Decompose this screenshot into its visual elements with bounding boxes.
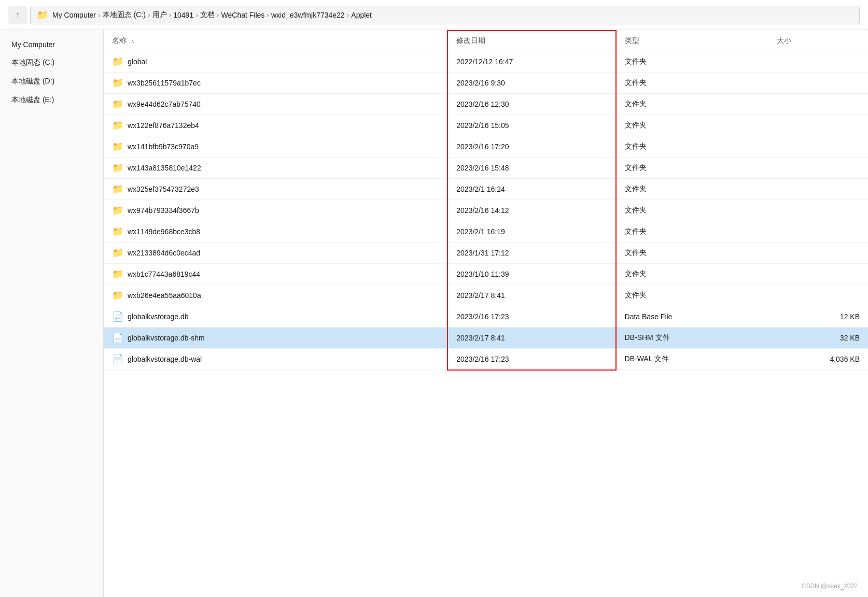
file-name-text: wx2133894d6c0ec4ad (128, 249, 200, 257)
nav-up-button[interactable]: ↑ (8, 6, 27, 24)
file-type-cell: 文件夹 (616, 136, 769, 158)
table-row[interactable]: 📄globalkvstorage.db-wal2023/2/16 17:23DB… (104, 349, 868, 370)
file-date-cell: 2023/2/1 16:24 (447, 179, 615, 200)
file-name-text: globalkvstorage.db-shm (128, 334, 205, 342)
folder-icon: 📁 (112, 183, 123, 195)
file-type-cell: Data Base File (616, 306, 769, 328)
table-row[interactable]: 📁wxb1c77443a6819c442023/1/10 11:39文件夹 (104, 264, 868, 285)
sidebar-item-e[interactable]: 本地磁盘 (E:) (3, 91, 100, 109)
file-date-cell: 2023/2/1 16:19 (447, 221, 615, 243)
col-header-name[interactable]: 名称 ∧ (104, 31, 447, 51)
sidebar: My Computer 本地固态 (C:) 本地磁盘 (D:) 本地磁盘 (E:… (0, 30, 104, 597)
path-user: 用户 (152, 10, 167, 20)
table-row[interactable]: 📁wx974b793334f3667b2023/2/16 14:12文件夹 (104, 200, 868, 221)
file-size-cell (768, 221, 868, 243)
table-row[interactable]: 📁wx3b25611579a1b7ec2023/2/16 9:30文件夹 (104, 73, 868, 94)
file-size-cell (768, 73, 868, 94)
file-name-cell: 📄globalkvstorage.db (104, 306, 447, 328)
table-row[interactable]: 📄globalkvstorage.db2023/2/16 17:23Data B… (104, 306, 868, 328)
file-icon: 📄 (112, 311, 123, 322)
address-bar: ↑ 📁 My Computer › 本地固态 (C:) › 用户 › 10491… (0, 0, 868, 30)
sidebar-item-c[interactable]: 本地固态 (C:) (3, 54, 100, 72)
file-type-cell: 文件夹 (616, 115, 769, 136)
file-name-text: globalkvstorage.db-wal (128, 355, 202, 363)
file-name-cell: 📁wx325ef375473272e3 (104, 179, 447, 200)
file-name-cell: 📁wx974b793334f3667b (104, 200, 447, 221)
file-name-cell: 📄globalkvstorage.db-shm (104, 328, 447, 349)
folder-icon: 📁 (112, 290, 123, 301)
folder-icon: 📁 (112, 226, 123, 237)
file-size-cell (768, 243, 868, 264)
file-name-text: wxb1c77443a6819c44 (128, 270, 200, 278)
sidebar-item-mycomputer[interactable]: My Computer (3, 36, 100, 53)
file-name-cell: 📁wx3b25611579a1b7ec (104, 73, 447, 94)
folder-icon: 📁 (112, 141, 123, 152)
table-row[interactable]: 📁wx141bfb9b73c970a92023/2/16 17:20文件夹 (104, 136, 868, 158)
table-row[interactable]: 📁wx122ef876a7132eb42023/2/16 15:05文件夹 (104, 115, 868, 136)
col-header-type[interactable]: 类型 (616, 31, 769, 51)
file-type-cell: DB-SHM 文件 (616, 328, 769, 349)
file-size-cell: 4,036 KB (768, 349, 868, 370)
file-size-cell: 32 KB (768, 328, 868, 349)
table-row[interactable]: 📁wx2133894d6c0ec4ad2023/1/31 17:12文件夹 (104, 243, 868, 264)
file-type-cell: 文件夹 (616, 158, 769, 179)
file-type-cell: 文件夹 (616, 221, 769, 243)
file-name-cell: 📁wx122ef876a7132eb4 (104, 115, 447, 136)
file-name-cell: 📁wx141bfb9b73c970a9 (104, 136, 447, 158)
table-row[interactable]: 📁wx325ef375473272e32023/2/1 16:24文件夹 (104, 179, 868, 200)
file-date-cell: 2023/2/16 12:30 (447, 94, 615, 115)
file-size-cell (768, 285, 868, 306)
table-row[interactable]: 📁wx143a8135810e14222023/2/16 15:48文件夹 (104, 158, 868, 179)
file-name-cell: 📁wxb1c77443a6819c44 (104, 264, 447, 285)
col-header-date[interactable]: 修改日期 (447, 31, 615, 51)
table-row[interactable]: 📁wx9e44d62c7ab757402023/2/16 12:30文件夹 (104, 94, 868, 115)
file-name-text: wx122ef876a7132eb4 (128, 121, 199, 130)
file-date-cell: 2023/1/31 17:12 (447, 243, 615, 264)
file-size-cell (768, 200, 868, 221)
sort-arrow: ∧ (131, 38, 134, 44)
folder-icon: 📁 (112, 247, 123, 259)
table-row[interactable]: 📁wx1149de968bce3cb82023/2/1 16:19文件夹 (104, 221, 868, 243)
table-row[interactable]: 📁global2022/12/12 16:47文件夹 (104, 51, 868, 73)
folder-icon: 📁 (112, 98, 123, 110)
file-type-cell: 文件夹 (616, 94, 769, 115)
folder-icon: 📁 (112, 205, 123, 216)
folder-icon: 📁 (112, 120, 123, 131)
address-path[interactable]: 📁 My Computer › 本地固态 (C:) › 用户 › 10491 ›… (30, 6, 860, 24)
path-applet: Applet (351, 11, 372, 19)
file-size-cell (768, 264, 868, 285)
file-size-cell (768, 136, 868, 158)
file-type-cell: 文件夹 (616, 179, 769, 200)
file-name-text: wx9e44d62c7ab75740 (128, 100, 201, 108)
file-type-cell: DB-WAL 文件 (616, 349, 769, 370)
table-row[interactable]: 📄globalkvstorage.db-shm2023/2/17 8:41DB-… (104, 328, 868, 349)
file-size-cell (768, 94, 868, 115)
file-size-cell: 12 KB (768, 306, 868, 328)
file-name-text: wx3b25611579a1b7ec (128, 79, 201, 87)
file-icon: 📄 (112, 353, 123, 365)
path-wechat: WeChat Files (221, 11, 265, 19)
sidebar-item-d[interactable]: 本地磁盘 (D:) (3, 73, 100, 90)
file-date-cell: 2023/1/10 11:39 (447, 264, 615, 285)
col-header-size[interactable]: 大小 (768, 31, 868, 51)
folder-icon: 📁 (37, 9, 48, 21)
watermark: CSDN @seek_2022 (802, 582, 858, 590)
file-name-cell: 📁global (104, 51, 447, 73)
file-date-cell: 2023/2/16 15:48 (447, 158, 615, 179)
file-type-cell: 文件夹 (616, 73, 769, 94)
folder-icon: 📁 (112, 77, 123, 89)
path-mycomputer: My Computer (52, 11, 96, 19)
file-name-text: wxb26e4ea55aa6010a (128, 291, 201, 300)
table-row[interactable]: 📁wxb26e4ea55aa6010a2023/2/17 8:41文件夹 (104, 285, 868, 306)
file-type-cell: 文件夹 (616, 264, 769, 285)
file-icon: 📄 (112, 332, 123, 344)
file-name-text: wx974b793334f3667b (128, 206, 199, 215)
file-table: 名称 ∧ 修改日期 类型 大小 (104, 30, 868, 371)
path-documents: 文档 (200, 10, 215, 20)
file-date-cell: 2023/2/16 9:30 (447, 73, 615, 94)
file-name-cell: 📄globalkvstorage.db-wal (104, 349, 447, 370)
file-type-cell: 文件夹 (616, 200, 769, 221)
file-name-cell: 📁wxb26e4ea55aa6010a (104, 285, 447, 306)
file-size-cell (768, 179, 868, 200)
file-name-text: wx1149de968bce3cb8 (128, 228, 200, 236)
